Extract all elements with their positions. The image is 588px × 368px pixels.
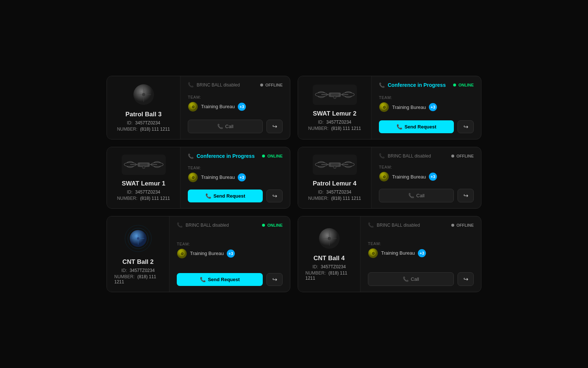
device-id-swat-lemur-2: ID: 3457TZ0234 [318,120,351,125]
forward-button-swat-lemur-2[interactable]: ↪ [458,120,474,133]
call-button-patrol-lemur-4[interactable]: 📞 Call [379,189,454,202]
forward-button-patrol-lemur-4[interactable]: ↪ [458,189,474,202]
device-id-patrol-ball-3: ID: 3457TZ0234 [127,120,160,125]
actions-row-patrol-lemur-4: 📞 Call↪ [379,189,474,202]
device-image-swat-lemur-2 [313,85,357,105]
team-label-swat-lemur-2: TEAM: [379,95,474,100]
call-status-patrol-ball-3: 📞BRINC BALL disabled [188,82,240,88]
team-avatar-patrol-ball-3: ⚙ [188,102,198,112]
status-dot-swat-lemur-2 [453,84,456,86]
call-icon-cnt-ball-2: 📞 [177,222,183,228]
status-badge-cnt-ball-4: OFFLINE [451,223,474,227]
call-button-patrol-ball-3[interactable]: 📞 Call [188,120,263,133]
card-header-patrol-ball-3: 📞BRINC BALL disabledOFFLINE [188,82,283,88]
call-icon-swat-lemur-2: 📞 [379,82,385,88]
device-name-swat-lemur-1: SWAT Lemur 1 [122,180,165,187]
card-header-cnt-ball-2: 📞BRINC BALL disabledONLINE [177,222,283,228]
device-number-swat-lemur-2: NUMBER: (818) 111 1211 [308,126,361,131]
call-status-text-cnt-ball-4: BRINC BALL disabled [377,223,420,228]
status-badge-swat-lemur-2: ONLINE [453,83,474,87]
svg-text:⚙: ⚙ [191,105,195,109]
svg-text:⚙: ⚙ [383,105,386,109]
team-row-cnt-ball-4: ⚙ Training Bureau+3 [368,248,474,258]
team-row-patrol-ball-3: ⚙ Training Bureau+3 [188,102,283,112]
phone-icon: 📞 [217,124,223,129]
status-dot-patrol-ball-3 [260,84,263,86]
status-badge-patrol-ball-3: OFFLINE [260,83,283,87]
device-number-swat-lemur-1: NUMBER: (818) 111 1211 [117,196,170,201]
device-id-patrol-lemur-4: ID: 3457TZ0234 [318,190,351,195]
svg-point-24 [142,166,145,169]
actions-row-swat-lemur-2: 📞 Send Request↪ [379,120,474,133]
team-label-patrol-lemur-4: TEAM: [379,165,474,169]
card-header-swat-lemur-1: 📞Conference in ProgressONLINE [188,153,283,159]
device-image-cnt-ball-2 [123,224,153,253]
device-image-patrol-lemur-4 [313,155,357,175]
status-badge-cnt-ball-2: ONLINE [262,223,283,227]
team-label-cnt-ball-4: TEAM: [368,241,474,246]
forward-button-swat-lemur-1[interactable]: ↪ [266,190,283,202]
device-name-swat-lemur-2: SWAT Lemur 2 [313,110,356,117]
card-patrol-lemur-4: Patrol Lemur 4ID: 3457TZ0234NUMBER: (818… [298,147,481,209]
card-right-patrol-ball-3: 📞BRINC BALL disabledOFFLINETEAM: ⚙ Train… [180,76,290,139]
team-section-patrol-ball-3: TEAM: ⚙ Training Bureau+3 [188,95,283,112]
call-status-cnt-ball-4: 📞BRINC BALL disabled [368,222,420,228]
send-request-button-cnt-ball-2[interactable]: 📞 Send Request [177,273,263,286]
card-left-swat-lemur-2: SWAT Lemur 2ID: 3457TZ0234NUMBER: (818) … [298,76,372,139]
card-left-cnt-ball-2: CNT Ball 2ID: 3457TZ0234NUMBER: (818) 11… [107,216,169,292]
card-patrol-ball-3: Patrol Ball 3ID: 3457TZ0234NUMBER: (818)… [107,76,290,139]
device-name-cnt-ball-2: CNT Ball 2 [122,258,154,266]
call-status-cnt-ball-2: 📞BRINC BALL disabled [177,222,229,228]
team-section-patrol-lemur-4: TEAM: ⚙ Training Bureau+3 [379,165,474,182]
call-status-text-swat-lemur-2: Conference in Progress [388,82,446,88]
team-badge-cnt-ball-2: +3 [227,250,235,258]
card-header-patrol-lemur-4: 📞BRINC BALL disabledOFFLINE [379,153,474,159]
actions-row-cnt-ball-2: 📞 Send Request↪ [177,273,283,286]
svg-text:⚙: ⚙ [383,175,386,179]
forward-button-cnt-ball-4[interactable]: ↪ [458,272,474,286]
call-icon-cnt-ball-4: 📞 [368,222,374,228]
call-status-text-patrol-lemur-4: BRINC BALL disabled [388,153,431,159]
card-header-swat-lemur-2: 📞Conference in ProgressONLINE [379,82,474,88]
svg-text:⚙: ⚙ [372,251,375,255]
send-request-button-swat-lemur-1[interactable]: 📞 Send Request [188,190,263,202]
svg-text:⚙: ⚙ [180,252,184,256]
device-name-patrol-lemur-4: Patrol Lemur 4 [313,180,356,187]
status-text-cnt-ball-4: OFFLINE [456,223,474,227]
team-label-cnt-ball-2: TEAM: [177,242,283,246]
svg-rect-31 [331,163,339,166]
call-status-swat-lemur-1: 📞Conference in Progress [188,153,255,159]
call-button-cnt-ball-4[interactable]: 📞 Call [368,272,454,286]
call-status-text-cnt-ball-2: BRINC BALL disabled [186,223,229,228]
svg-point-14 [333,96,336,98]
call-status-text-swat-lemur-1: Conference in Progress [197,153,255,159]
team-row-swat-lemur-1: ⚙ Training Bureau+3 [188,172,283,183]
call-status-text-patrol-ball-3: BRINC BALL disabled [197,82,240,88]
team-row-swat-lemur-2: ⚙ Training Bureau+3 [379,102,474,112]
device-name-cnt-ball-4: CNT Ball 4 [313,255,345,262]
device-image-cnt-ball-4 [318,227,340,250]
status-badge-swat-lemur-1: ONLINE [262,154,283,158]
team-row-cnt-ball-2: ⚙ Training Bureau+3 [177,248,283,259]
forward-button-cnt-ball-2[interactable]: ↪ [266,273,283,286]
team-section-cnt-ball-2: TEAM: ⚙ Training Bureau+3 [177,242,283,259]
phone-icon: 📞 [403,276,409,282]
send-request-button-swat-lemur-2[interactable]: 📞 Send Request [379,120,454,133]
card-left-swat-lemur-1: SWAT Lemur 1ID: 3457TZ0234NUMBER: (818) … [107,147,180,208]
card-swat-lemur-2: SWAT Lemur 2ID: 3457TZ0234NUMBER: (818) … [298,76,481,139]
card-left-cnt-ball-4: CNT Ball 4ID: 3457TZ0234NUMBER: (818) 11… [298,216,361,292]
team-row-patrol-lemur-4: ⚙ Training Bureau+3 [379,171,474,182]
status-text-patrol-lemur-4: OFFLINE [456,154,474,158]
status-badge-patrol-lemur-4: OFFLINE [451,154,474,158]
forward-button-patrol-ball-3[interactable]: ↪ [266,120,283,133]
team-badge-swat-lemur-2: +3 [429,103,437,111]
team-name-swat-lemur-2: Training Bureau [392,105,426,110]
card-left-patrol-lemur-4: Patrol Lemur 4ID: 3457TZ0234NUMBER: (818… [298,147,372,208]
actions-row-cnt-ball-4: 📞 Call↪ [368,272,474,286]
card-left-patrol-ball-3: Patrol Ball 3ID: 3457TZ0234NUMBER: (818)… [107,76,180,139]
team-avatar-swat-lemur-1: ⚙ [188,172,198,183]
team-badge-patrol-lemur-4: +3 [429,173,437,181]
status-text-swat-lemur-2: ONLINE [458,83,474,87]
device-number-cnt-ball-2: NUMBER: (818) 111 1211 [114,274,162,284]
status-dot-cnt-ball-4 [451,224,454,227]
